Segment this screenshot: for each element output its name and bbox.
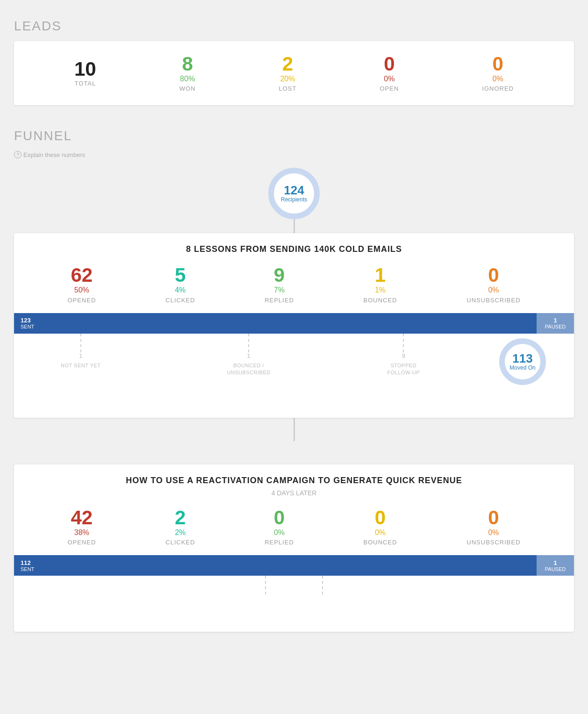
leads-open-num: 0	[380, 54, 399, 74]
seq1-paused-bar: 1 PAUSED	[537, 313, 574, 334]
leads-open: 0 0% OPEN	[380, 54, 399, 92]
seq1-replied: 9 7% REPLIED	[265, 265, 294, 303]
seq1-unsubscribed-num: 0	[466, 265, 520, 285]
leads-ignored-label: IGNORED	[482, 85, 514, 92]
seq1-bounced-label: BOUNCED	[364, 297, 397, 304]
question-icon: ?	[14, 151, 22, 158]
seq2-dashed-1	[265, 576, 266, 594]
leads-lost-pct: 20%	[279, 74, 297, 84]
seq1-moved-on-connector: 113 Moved On	[499, 334, 546, 385]
connector-top	[294, 219, 295, 233]
seq2-sent-info: 112 SENT	[21, 559, 34, 572]
seq1-paused-label: PAUSED	[545, 324, 566, 329]
seq2-unsubscribed-label: UNSUBSCRIBED	[466, 539, 520, 546]
seq2-opened-num: 42	[67, 508, 96, 528]
sequence-2-card: HOW TO USE A REACTIVATION CAMPAIGN TO GE…	[14, 464, 574, 632]
recipients-wrapper: 124 Recipients	[14, 168, 574, 219]
sequence-1-card: 8 LESSONS FROM SENDING 140K COLD EMAILS …	[14, 233, 574, 417]
seq1-bounced-conn-label: BOUNCED / UNSUBSCRIBED	[227, 362, 270, 377]
seq1-opened: 62 50% OPENED	[67, 265, 96, 303]
seq1-sent-num: 123	[21, 317, 34, 324]
seq1-stopped-label: STOPPED FOLLOW-UP	[387, 362, 420, 377]
leads-ignored-num: 0	[482, 54, 514, 74]
recipients-num: 124	[284, 184, 304, 196]
seq2-bounced-num: 0	[364, 508, 397, 528]
seq2-sent-num: 112	[21, 559, 34, 566]
seq1-opened-pct: 50%	[67, 285, 96, 295]
seq2-replied: 0 0% REPLIED	[265, 508, 294, 546]
seq2-unsubscribed-pct: 0%	[466, 528, 520, 538]
seq2-sent-bar: 112 SENT	[14, 555, 537, 576]
leads-open-label: OPEN	[380, 85, 399, 92]
seq2-unsubscribed: 0 0% UNSUBSCRIBED	[466, 508, 520, 546]
seq1-sent-info: 123 SENT	[21, 317, 34, 329]
seq1-not-sent-connector: 1 NOT SENT YET	[61, 334, 100, 369]
seq2-clicked: 2 2% CLICKED	[165, 508, 195, 546]
seq2-clicked-label: CLICKED	[165, 539, 195, 546]
leads-won: 8 80% WON	[179, 54, 196, 92]
seq1-stopped-connector: 9 STOPPED FOLLOW-UP	[387, 334, 420, 377]
leads-card: 10 TOTAL 8 80% WON 2 20% LOST 0 0% OPEN …	[14, 41, 574, 105]
leads-total-label: TOTAL	[74, 80, 96, 87]
seq1-replied-label: REPLIED	[265, 297, 294, 304]
sequence-2-subtitle: 4 DAYS LATER	[14, 489, 574, 502]
seq2-bounced-pct: 0%	[364, 528, 397, 538]
seq2-clicked-num: 2	[165, 508, 195, 528]
moved-on-label: Moved On	[509, 364, 535, 371]
seq1-clicked-num: 5	[165, 265, 195, 285]
dashed-line-3	[403, 334, 404, 352]
leads-total: 10 TOTAL	[74, 59, 96, 87]
seq2-replied-num: 0	[265, 508, 294, 528]
seq1-stopped-num: 9	[402, 352, 405, 359]
seq1-not-sent-label: NOT SENT YET	[61, 362, 100, 369]
dashed-line-1	[80, 334, 81, 352]
seq2-paused-bar: 1 PAUSED	[537, 555, 574, 576]
explain-link[interactable]: ? Explain these numbers	[14, 151, 574, 158]
recipients-label: Recipients	[281, 196, 307, 203]
seq1-opened-num: 62	[67, 265, 96, 285]
seq1-sent-label: SENT	[21, 324, 34, 329]
seq1-bounced-num: 1	[364, 265, 397, 285]
leads-lost-label: LOST	[279, 85, 297, 92]
sequence-2-stats: 42 38% OPENED 2 2% CLICKED 0 0% REPLIED …	[14, 504, 574, 555]
seq1-paused-num: 1	[553, 317, 557, 324]
seq1-sent-bar: 123 SENT	[14, 313, 537, 334]
seq2-opened-label: OPENED	[67, 539, 96, 546]
seq1-clicked: 5 4% CLICKED	[165, 265, 195, 303]
leads-open-pct: 0%	[380, 74, 399, 84]
seq2-paused-label: PAUSED	[545, 566, 566, 572]
seq2-sent-bar-row: 112 SENT 1 PAUSED	[14, 555, 574, 576]
leads-total-num: 10	[74, 59, 96, 79]
seq1-replied-num: 9	[265, 265, 294, 285]
leads-won-num: 8	[179, 54, 196, 74]
recipients-circle: 124 Recipients	[268, 168, 320, 219]
seq2-opened-pct: 38%	[67, 528, 96, 538]
sequence-1-stats: 62 50% OPENED 5 4% CLICKED 9 7% REPLIED …	[14, 262, 574, 313]
leads-ignored: 0 0% IGNORED	[482, 54, 514, 92]
seq1-unsubscribed-label: UNSUBSCRIBED	[466, 297, 520, 304]
seq1-sent-bar-row: 123 SENT 1 PAUSED	[14, 313, 574, 334]
dashed-line-2	[248, 334, 249, 352]
seq2-unsubscribed-num: 0	[466, 508, 520, 528]
seq1-funnel-lower: 1 NOT SENT YET 1 BOUNCED / UNSUBSCRIBED …	[14, 334, 574, 418]
connector-between	[294, 418, 295, 441]
sequence-2-title: HOW TO USE A REACTIVATION CAMPAIGN TO GE…	[14, 464, 574, 493]
seq1-bounced: 1 1% BOUNCED	[364, 265, 397, 303]
moved-on-num: 113	[512, 352, 532, 364]
seq1-opened-label: OPENED	[67, 297, 96, 304]
seq1-unsubscribed: 0 0% UNSUBSCRIBED	[466, 265, 520, 303]
leads-won-pct: 80%	[179, 74, 196, 84]
funnel-section: FUNNEL ? Explain these numbers 124 Recip…	[14, 129, 574, 632]
seq1-clicked-label: CLICKED	[165, 297, 195, 304]
seq2-funnel-lower	[14, 576, 574, 632]
seq2-paused-num: 1	[553, 559, 557, 566]
leads-lost-num: 2	[279, 54, 297, 74]
seq1-bounced-pct: 1%	[364, 285, 397, 295]
seq2-connector-1	[265, 576, 266, 613]
seq2-opened: 42 38% OPENED	[67, 508, 96, 546]
seq1-not-sent-num: 1	[79, 352, 82, 359]
leads-won-label: WON	[179, 85, 196, 92]
seq1-bounced-connector: 1 BOUNCED / UNSUBSCRIBED	[227, 334, 270, 377]
seq2-bounced-label: BOUNCED	[364, 539, 397, 546]
moved-on-circle: 113 Moved On	[499, 338, 546, 385]
